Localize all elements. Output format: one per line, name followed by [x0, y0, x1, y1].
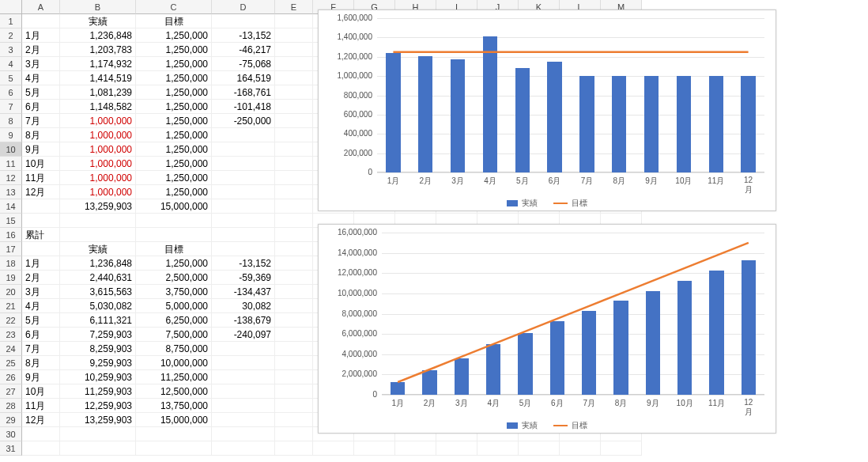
- row-header-20[interactable]: 20: [0, 285, 22, 299]
- cell[interactable]: [60, 441, 136, 456]
- cell[interactable]: -13,152: [212, 256, 275, 271]
- cell[interactable]: [275, 313, 313, 328]
- row-header-22[interactable]: 22: [0, 313, 22, 328]
- cell[interactable]: 10月: [22, 384, 60, 399]
- cell[interactable]: 7月: [22, 114, 60, 128]
- cell[interactable]: [275, 427, 313, 441]
- cell[interactable]: [275, 28, 313, 43]
- cell[interactable]: [212, 128, 275, 142]
- cell[interactable]: [22, 214, 60, 228]
- cell[interactable]: 1,250,000: [136, 100, 212, 114]
- cell[interactable]: 1,250,000: [136, 28, 212, 43]
- cell[interactable]: [275, 413, 313, 427]
- cell[interactable]: 8月: [22, 356, 60, 370]
- cell[interactable]: [136, 427, 212, 441]
- cell[interactable]: 1,250,000: [136, 114, 212, 128]
- cell[interactable]: 4月: [22, 299, 60, 313]
- column-header-D[interactable]: D: [212, 0, 275, 14]
- column-header-C[interactable]: C: [136, 0, 212, 14]
- row-header-2[interactable]: 2: [0, 28, 22, 43]
- row-header-21[interactable]: 21: [0, 299, 22, 313]
- cell[interactable]: [275, 441, 313, 456]
- cell[interactable]: [212, 14, 275, 28]
- cell[interactable]: 1,250,000: [136, 142, 212, 157]
- chart-cumulative[interactable]: 02,000,0004,000,0006,000,0008,000,00010,…: [318, 224, 776, 434]
- cell[interactable]: 7,259,903: [60, 328, 136, 342]
- row-header-23[interactable]: 23: [0, 328, 22, 342]
- cell[interactable]: [275, 199, 313, 214]
- cell[interactable]: [395, 441, 436, 456]
- cell[interactable]: [275, 142, 313, 157]
- cell[interactable]: [275, 328, 313, 342]
- cell[interactable]: 6,250,000: [136, 313, 212, 328]
- cell[interactable]: 13,750,000: [136, 399, 212, 413]
- cell[interactable]: -13,152: [212, 28, 275, 43]
- cell[interactable]: 7月: [22, 342, 60, 356]
- cell[interactable]: 1,236,848: [60, 256, 136, 271]
- cell[interactable]: 2,440,631: [60, 271, 136, 285]
- row-header-24[interactable]: 24: [0, 342, 22, 356]
- cell[interactable]: 1,000,000: [60, 142, 136, 157]
- cell[interactable]: [212, 399, 275, 413]
- cell[interactable]: [212, 228, 275, 242]
- cell[interactable]: [275, 43, 313, 57]
- cell[interactable]: 9月: [22, 142, 60, 157]
- cell[interactable]: 5,030,082: [60, 299, 136, 313]
- row-header-16[interactable]: 16: [0, 228, 22, 242]
- cell[interactable]: -46,217: [212, 43, 275, 57]
- cell[interactable]: 15,000,000: [136, 413, 212, 427]
- cell[interactable]: [436, 441, 477, 456]
- row-header-11[interactable]: 11: [0, 157, 22, 171]
- cell[interactable]: 13,259,903: [60, 413, 136, 427]
- cell[interactable]: 3,750,000: [136, 285, 212, 299]
- cell[interactable]: 1,000,000: [60, 171, 136, 185]
- cell[interactable]: 10月: [22, 157, 60, 171]
- cell[interactable]: 10,000,000: [136, 356, 212, 370]
- row-header-8[interactable]: 8: [0, 114, 22, 128]
- row-header-9[interactable]: 9: [0, 128, 22, 142]
- cell[interactable]: -101,418: [212, 100, 275, 114]
- row-header-15[interactable]: 15: [0, 214, 22, 228]
- cell[interactable]: [136, 214, 212, 228]
- cell[interactable]: [212, 356, 275, 370]
- cell[interactable]: [212, 214, 275, 228]
- row-header-28[interactable]: 28: [0, 399, 22, 413]
- cell[interactable]: [60, 214, 136, 228]
- cell[interactable]: -134,437: [212, 285, 275, 299]
- cell[interactable]: 11月: [22, 399, 60, 413]
- cell[interactable]: 1,081,239: [60, 85, 136, 100]
- row-header-1[interactable]: 1: [0, 14, 22, 28]
- cell[interactable]: [601, 441, 642, 456]
- cell[interactable]: 12月: [22, 185, 60, 199]
- cell[interactable]: 1,236,848: [60, 28, 136, 43]
- cell[interactable]: 8,259,903: [60, 342, 136, 356]
- cell[interactable]: [212, 413, 275, 427]
- cell[interactable]: [212, 342, 275, 356]
- cell[interactable]: [275, 85, 313, 100]
- cell[interactable]: 12,500,000: [136, 384, 212, 399]
- cell[interactable]: [313, 441, 354, 456]
- cell[interactable]: [275, 256, 313, 271]
- row-header-30[interactable]: 30: [0, 427, 22, 441]
- cell[interactable]: [275, 114, 313, 128]
- chart-monthly[interactable]: 0200,000400,000600,000800,0001,000,0001,…: [318, 9, 776, 211]
- cell[interactable]: 1,250,000: [136, 71, 212, 85]
- cell[interactable]: [275, 299, 313, 313]
- cell[interactable]: 1,250,000: [136, 57, 212, 71]
- cell[interactable]: 12,259,903: [60, 399, 136, 413]
- cell[interactable]: 1,000,000: [60, 157, 136, 171]
- row-header-14[interactable]: 14: [0, 199, 22, 214]
- cell[interactable]: 4月: [22, 71, 60, 85]
- cell[interactable]: 6,111,321: [60, 313, 136, 328]
- row-header-13[interactable]: 13: [0, 185, 22, 199]
- row-header-17[interactable]: 17: [0, 242, 22, 256]
- cell[interactable]: 1,250,000: [136, 43, 212, 57]
- cell[interactable]: 12月: [22, 413, 60, 427]
- cell[interactable]: 実績: [60, 14, 136, 28]
- cell[interactable]: [275, 14, 313, 28]
- cell[interactable]: [136, 228, 212, 242]
- cell[interactable]: 1月: [22, 256, 60, 271]
- cell[interactable]: 5月: [22, 313, 60, 328]
- cell[interactable]: 6月: [22, 328, 60, 342]
- cell[interactable]: [275, 271, 313, 285]
